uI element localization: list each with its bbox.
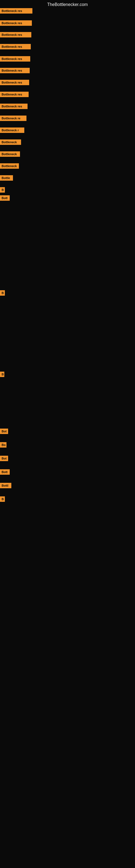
bottleneck-button-4[interactable]: Bottleneck res <box>0 44 31 50</box>
bottleneck-button-1[interactable]: Bottleneck res <box>0 8 32 13</box>
bottleneck-button-9[interactable]: Bottleneck res <box>0 104 28 109</box>
bottleneck-button-15[interactable]: Bottle <box>0 175 13 181</box>
bottleneck-button-13[interactable]: Bottleneck <box>0 151 20 157</box>
bottleneck-button-10[interactable]: Bottleneck re <box>0 116 27 121</box>
bottleneck-button-6[interactable]: Bottleneck res <box>0 68 30 73</box>
bottleneck-button-20[interactable]: Bot <box>0 429 8 434</box>
bottleneck-button-14[interactable]: Bottleneck <box>0 163 19 169</box>
bottleneck-button-25[interactable]: B <box>0 496 5 502</box>
bottleneck-button-23[interactable]: Bott <box>0 469 10 475</box>
bottleneck-button-2[interactable]: Bottleneck res <box>0 20 32 26</box>
bottleneck-button-5[interactable]: Bottleneck res <box>0 56 30 62</box>
bottleneck-button-19[interactable]: B <box>0 372 4 377</box>
bottleneck-button-17[interactable]: Bott <box>0 195 10 201</box>
bottleneck-button-7[interactable]: Bottleneck res <box>0 80 29 85</box>
bottleneck-button-3[interactable]: Bottleneck res <box>0 32 31 37</box>
site-title: TheBottlenecker.com <box>0 0 135 9</box>
bottleneck-button-18[interactable]: B <box>0 290 5 296</box>
bottleneck-button-11[interactable]: Bottleneck r <box>0 127 24 133</box>
bottleneck-button-21[interactable]: Bo <box>0 442 6 447</box>
bottleneck-button-24[interactable]: Bottl <box>0 483 11 488</box>
bottleneck-button-8[interactable]: Bottleneck res <box>0 92 29 97</box>
bottleneck-button-16[interactable]: B <box>0 187 5 193</box>
bottleneck-button-12[interactable]: Bottleneck <box>0 140 21 145</box>
bottleneck-button-22[interactable]: Bot <box>0 456 8 461</box>
